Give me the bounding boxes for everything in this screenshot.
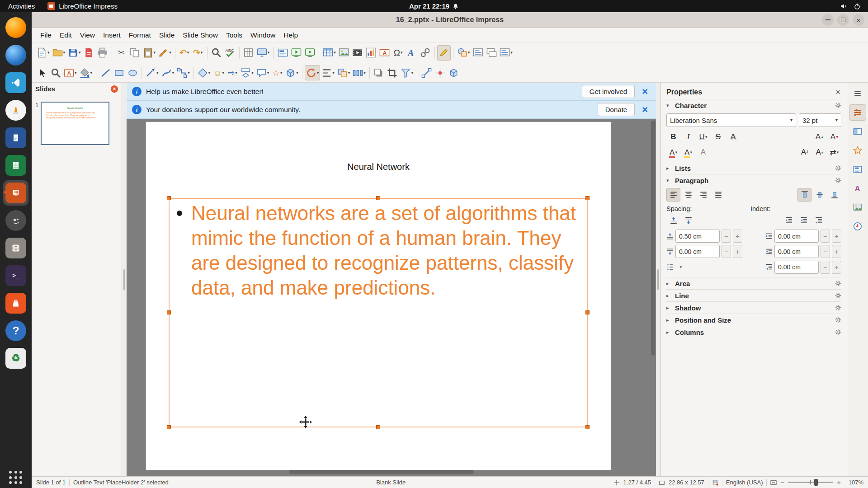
section-lists[interactable]: Lists — [675, 164, 691, 172]
dock-ubuntu-software[interactable] — [3, 291, 28, 316]
slide-layout-button[interactable]: ▾ — [498, 45, 514, 61]
tab-slide-transition[interactable] — [849, 123, 866, 140]
increment-button[interactable]: + — [832, 261, 841, 274]
expand-icon[interactable]: ▸ — [666, 305, 672, 311]
tab-master-slides[interactable] — [849, 161, 866, 178]
decrement-button[interactable]: − — [821, 261, 830, 274]
decrease-font-size-button[interactable]: A▾ — [827, 130, 841, 144]
section-options-icon[interactable] — [835, 292, 841, 299]
dock-thunderbird[interactable] — [3, 42, 28, 68]
zoom-tool-button[interactable] — [49, 65, 62, 80]
increment-button[interactable]: + — [832, 245, 841, 258]
select-tool-button[interactable] — [35, 65, 49, 80]
shadow-button[interactable] — [372, 65, 386, 80]
increase-paragraph-spacing-button[interactable] — [666, 214, 680, 227]
selected-text-placeholder[interactable]: Neural networks are a set of algorithms … — [169, 198, 588, 427]
slide-number-status[interactable]: Slide 1 of 1 — [36, 479, 66, 486]
highlight-color-button[interactable]: A▾ — [681, 145, 695, 159]
close-slides-panel-icon[interactable]: × — [111, 85, 118, 93]
tab-styles[interactable] — [849, 180, 866, 197]
selection-handle-middle-right[interactable] — [585, 310, 590, 314]
tab-properties[interactable] — [849, 104, 866, 121]
increment-button[interactable]: + — [832, 230, 841, 243]
expand-icon[interactable]: ▸ — [666, 165, 672, 171]
save-button[interactable]: ▾ — [66, 45, 82, 61]
align-objects-button[interactable]: ▾ — [320, 65, 336, 80]
font-name-combobox[interactable]: Liberation Sans ▾ — [666, 113, 796, 127]
get-involved-button[interactable]: Get involved — [582, 85, 635, 98]
maximize-button[interactable] — [837, 14, 849, 26]
insert-image-button[interactable] — [337, 45, 351, 61]
section-options-icon[interactable] — [835, 305, 841, 311]
start-from-first-slide-button[interactable] — [289, 45, 303, 61]
edit-points-button[interactable] — [420, 65, 433, 80]
font-size-combobox[interactable]: 32 pt ▾ — [799, 113, 841, 127]
open-button[interactable]: ▾ — [51, 45, 67, 61]
zoom-slider-thumb[interactable] — [814, 479, 818, 486]
zoom-in-button[interactable]: + — [837, 479, 841, 486]
menu-view[interactable]: View — [76, 29, 99, 41]
insert-special-character-button[interactable]: Ω▾ — [392, 45, 405, 61]
toggle-shadow-button[interactable]: A — [726, 130, 740, 144]
snap-guides-button[interactable]: ▾ — [255, 45, 271, 61]
decrement-button[interactable]: − — [821, 245, 830, 258]
center-vertically-button[interactable] — [812, 188, 826, 202]
paste-button[interactable]: ▾ — [142, 45, 157, 61]
zoom-slider[interactable] — [788, 482, 833, 483]
insert-text-box-tool-button[interactable]: ▾ — [62, 65, 78, 80]
copy-button[interactable] — [128, 45, 142, 61]
new-document-button[interactable]: ▾ — [35, 45, 51, 61]
indent-after-field[interactable]: 0.00 cm — [774, 245, 819, 258]
shapes-button[interactable]: ▾ — [456, 45, 472, 61]
dock-terminal[interactable]: >_ — [3, 263, 28, 288]
section-columns[interactable]: Columns — [675, 328, 704, 336]
menu-format[interactable]: Format — [125, 29, 155, 41]
caret-icon[interactable]: ▾ — [835, 118, 838, 122]
clone-formatting-button[interactable]: ▾ — [157, 45, 173, 61]
dock-vlc[interactable] — [3, 98, 28, 123]
decrease-indent-button[interactable] — [797, 214, 811, 227]
dock-libreoffice-impress[interactable] — [3, 180, 28, 206]
dismiss-notification-icon[interactable]: × — [639, 105, 651, 115]
section-shadow[interactable]: Shadow — [675, 304, 701, 312]
collapse-icon[interactable]: ▾ — [666, 103, 672, 108]
selection-handle-top-left[interactable] — [167, 196, 171, 200]
spacing-below-field[interactable]: 0.00 cm — [675, 245, 720, 258]
section-area[interactable]: Area — [675, 280, 690, 287]
section-character[interactable]: Character — [675, 102, 707, 109]
section-position-size[interactable]: Position and Size — [675, 316, 731, 324]
superscript-button[interactable]: A² — [797, 145, 811, 159]
increase-indent-button[interactable] — [782, 214, 796, 227]
window-titlebar[interactable]: 16_2.pptx - LibreOffice Impress × — [32, 12, 868, 28]
menu-help[interactable]: Help — [279, 29, 302, 41]
start-from-current-slide-button[interactable] — [303, 45, 316, 61]
power-icon[interactable] — [854, 3, 861, 10]
slide-page[interactable]: Neural Network Neural networks are a — [146, 122, 611, 470]
unsaved-changes-icon[interactable] — [712, 479, 718, 486]
menu-slide[interactable]: Slide — [155, 29, 179, 41]
dock-vscode[interactable] — [3, 70, 28, 95]
insert-fontwork-button[interactable] — [405, 45, 419, 61]
strikethrough-button[interactable]: S — [711, 130, 725, 144]
undo-button[interactable]: ↶▾ — [178, 45, 191, 61]
cut-button[interactable]: ✂ — [114, 45, 128, 61]
insert-chart-button[interactable] — [364, 45, 378, 61]
indent-first-line-field[interactable]: 0.00 cm — [774, 261, 819, 274]
expand-icon[interactable]: ▸ — [666, 317, 672, 323]
insert-media-button[interactable] — [351, 45, 364, 61]
section-line[interactable]: Line — [675, 292, 689, 300]
dock-files[interactable] — [3, 235, 28, 261]
menu-file[interactable]: File — [36, 29, 56, 41]
vertical-scrollbar[interactable] — [651, 121, 655, 356]
stars-banners-button[interactable]: ☆▾ — [270, 65, 284, 80]
insert-hyperlink-button[interactable] — [419, 45, 432, 61]
show-applications-button[interactable] — [8, 470, 24, 485]
transformations-button[interactable]: ▾ — [305, 65, 321, 80]
distribute-button[interactable]: ▾ — [351, 65, 367, 80]
slide-thumbnail[interactable]: Neural Network Neural networks are a set… — [41, 102, 109, 145]
dock-help[interactable]: ? — [3, 318, 28, 343]
arrange-button[interactable]: ▾ — [336, 65, 352, 80]
block-arrows-button[interactable]: ⇨▾ — [226, 65, 239, 80]
callout-shapes-button[interactable]: ▾ — [255, 65, 271, 80]
dock-libreoffice-calc[interactable] — [3, 153, 28, 178]
